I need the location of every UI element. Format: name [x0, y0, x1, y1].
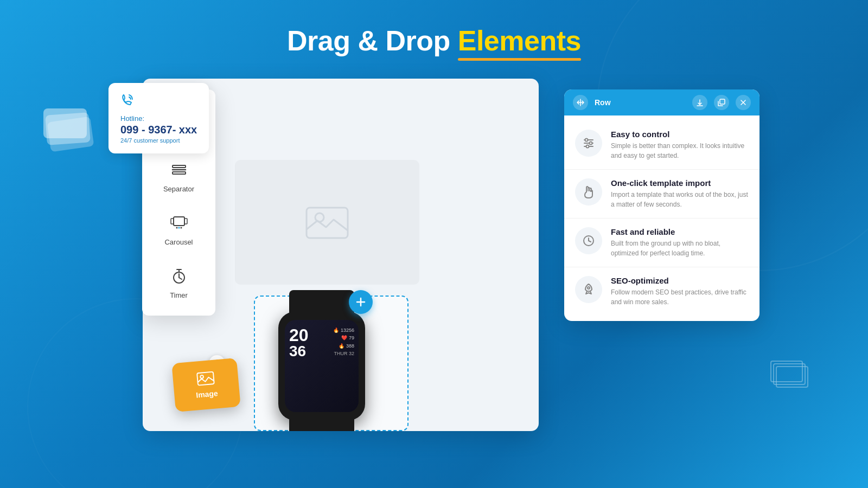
template-import-text: One-click template import Import a templ…	[611, 178, 749, 209]
feature-item-seo: SEO-optimized Follow modern SEO best pra…	[564, 267, 760, 316]
page-title-area: Drag & Drop Elements	[0, 0, 868, 57]
rocket-icon	[582, 283, 595, 296]
svg-point-20	[200, 375, 203, 378]
download-button[interactable]	[692, 95, 707, 110]
sidebar-item-carousel[interactable]: Carousel	[148, 204, 210, 254]
seo-desc: Follow modern SEO best practices, drive …	[611, 287, 749, 307]
separator-icon-container	[168, 159, 190, 181]
svg-rect-7	[173, 172, 186, 174]
seo-text: SEO-optimized Follow modern SEO best pra…	[611, 276, 749, 307]
separator-label: Separator	[163, 185, 194, 193]
watch-image: 20 36 🔥 13256 ❤️ 79 🔥 388 THUR 32	[262, 296, 381, 431]
arrows-decoration	[770, 361, 814, 393]
phone-icon	[120, 93, 136, 108]
svg-point-13	[180, 227, 182, 229]
fast-reliable-icon-circle	[575, 227, 602, 254]
template-import-desc: Import a template that works out of the …	[611, 190, 749, 209]
hand-icon	[582, 184, 595, 200]
easy-control-text: Easy to control Simple is better than co…	[611, 130, 749, 160]
seo-title: SEO-optimized	[611, 276, 749, 285]
clock-icon	[582, 234, 595, 247]
content-area: 20 36 🔥 13256 ❤️ 79 🔥 388 THUR 32	[0, 79, 868, 458]
svg-point-11	[176, 227, 177, 229]
svg-rect-19	[197, 372, 214, 386]
hotline-number: 099 - 9367- xxx	[120, 124, 197, 136]
image-placeholder	[235, 160, 419, 285]
carousel-icon-container	[168, 212, 190, 234]
svg-point-32	[588, 287, 590, 289]
close-button[interactable]	[736, 95, 751, 110]
toolbar-row-label: Row	[595, 98, 611, 107]
feature-item-easy-control: Easy to control Simple is better than co…	[564, 121, 760, 170]
svg-line-31	[589, 241, 591, 242]
sidebar-item-timer[interactable]: Timer	[148, 257, 210, 307]
timer-icon-container	[168, 265, 190, 287]
image-element-icon	[195, 371, 216, 388]
fast-reliable-desc: Built from the ground up with no bloat, …	[611, 239, 749, 258]
seo-icon-circle	[575, 276, 602, 303]
features-toolbar: Row	[564, 89, 760, 115]
template-import-title: One-click template import	[611, 178, 749, 188]
easy-control-desc: Simple is better than complex. It looks …	[611, 141, 749, 160]
feature-item-template-import: One-click template import Import a templ…	[564, 170, 760, 219]
separator-icon	[170, 161, 188, 178]
svg-rect-8	[174, 217, 184, 226]
copy-button[interactable]	[714, 95, 729, 110]
svg-rect-10	[184, 219, 187, 224]
carousel-icon	[170, 216, 188, 230]
svg-point-12	[178, 227, 180, 229]
fast-reliable-text: Fast and reliable Built from the ground …	[611, 227, 749, 258]
template-import-icon-circle	[575, 178, 602, 206]
image-label: Image	[196, 389, 219, 399]
svg-rect-5	[173, 165, 186, 168]
timer-label: Timer	[170, 291, 188, 299]
fast-reliable-title: Fast and reliable	[611, 227, 749, 236]
carousel-label: Carousel	[164, 238, 193, 246]
feature-item-fast-reliable: Fast and reliable Built from the ground …	[564, 219, 760, 267]
plus-button[interactable]	[349, 290, 373, 314]
svg-rect-22	[720, 99, 725, 104]
svg-rect-0	[307, 208, 348, 238]
timer-icon	[171, 267, 187, 285]
easy-control-icon-circle	[575, 130, 602, 157]
sliders-icon	[582, 137, 595, 150]
hotline-widget: Hotline: 099 - 9367- xxx 24/7 customer s…	[108, 83, 209, 153]
title-part2: Elements	[458, 25, 581, 56]
title-part1: Drag & Drop	[287, 25, 458, 56]
svg-point-26	[585, 139, 588, 142]
svg-line-16	[179, 278, 182, 279]
features-panel: Row	[564, 89, 760, 321]
image-element-card[interactable]: Image	[171, 358, 240, 412]
svg-point-28	[586, 145, 589, 148]
svg-point-27	[590, 142, 592, 145]
easy-control-title: Easy to control	[611, 130, 749, 139]
hotline-support: 24/7 customer support	[120, 137, 197, 144]
svg-rect-9	[171, 219, 174, 224]
hotline-label: Hotline:	[120, 114, 197, 123]
sidebar-item-separator[interactable]: Separator	[148, 151, 210, 201]
move-button[interactable]	[573, 95, 588, 110]
features-list: Easy to control Simple is better than co…	[564, 115, 760, 321]
